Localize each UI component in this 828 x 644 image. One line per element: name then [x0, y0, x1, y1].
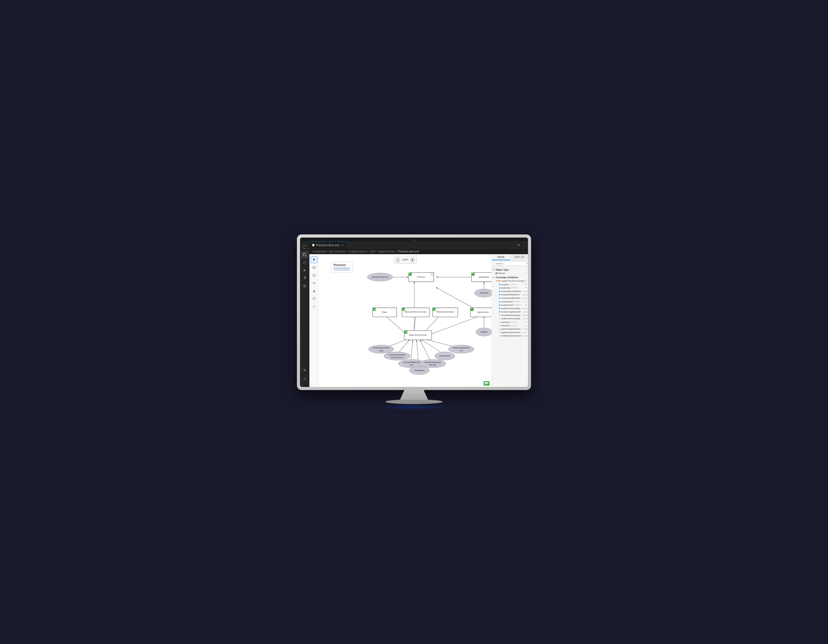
node-module-work[interactable]: moduleWork	[409, 366, 429, 374]
sidebar-icon-run[interactable]	[301, 267, 308, 274]
svg-point-90	[485, 382, 486, 384]
svg-text:lus: lus	[460, 349, 463, 351]
attr-health-sum[interactable]: ≡ healthAndPersonalS... number ✎	[498, 317, 528, 320]
svg-point-7	[314, 290, 315, 291]
legal-protection-label: LegalProtectionCoverage	[501, 279, 524, 282]
screen: D Premium.dmn.xml ✕ ⊞ ··· configuration	[300, 241, 528, 387]
split-editor-button[interactable]: ⊞	[516, 243, 521, 247]
collaboration-icon[interactable]	[484, 381, 490, 386]
svg-text:rsonalInsurance: rsonalInsurance	[390, 356, 404, 358]
svg-text:deductible: deductible	[480, 292, 488, 294]
svg-text:avel: avel	[410, 364, 413, 366]
svg-point-91	[486, 382, 488, 384]
ellipse-tool[interactable]	[311, 280, 317, 287]
node-base-premium[interactable]: {} Base premium per risks	[402, 307, 430, 317]
dmn-diagram[interactable]: D Premium	[319, 254, 492, 387]
node-module-partnership[interactable]: modulePartnershipA ndFamily	[419, 359, 446, 368]
attr-module-legal[interactable]: moduleLegalAdviceP... boolean ✎	[498, 310, 528, 313]
attr-module-mobility[interactable]: moduleMobilityAndT... boolean ✎	[498, 293, 528, 296]
pointer-tool[interactable]	[311, 256, 317, 263]
breadcrumb-legal-protection-folder[interactable]: LegalProtection	[377, 250, 395, 253]
svg-text:ndFamily: ndFamily	[429, 364, 436, 366]
sidebar-icon-extensions[interactable]	[301, 274, 308, 282]
attr-program[interactable]: program • string ✎	[498, 283, 528, 286]
svg-text:paymentFrequency: paymentFrequency	[372, 276, 388, 278]
monitor-wrapper: D Premium.dmn.xml ✕ ⊞ ··· configuration	[297, 235, 531, 410]
legal-protection-edit-icon[interactable]: ✎	[525, 279, 527, 282]
node-total-base-premium[interactable]: {} Total base premium	[433, 307, 458, 317]
tree-item-person[interactable]: Person ✎	[494, 272, 528, 275]
node-module-taxes[interactable]: moduleTaxes	[434, 352, 455, 360]
attr-module-work[interactable]: moduleWork boolean ✎	[498, 300, 528, 303]
node-deductibles[interactable]: D Deductibles	[472, 272, 492, 282]
attr-module-home[interactable]: moduleHomeAndEve... boolean ✎	[498, 290, 528, 293]
tab-bar: D Premium.dmn.xml ✕ ⊞ ···	[309, 241, 528, 249]
svg-line-16	[414, 316, 415, 332]
attr-partnership-sum[interactable]: ≡ partnershipAndFamil... number ✎	[498, 327, 528, 331]
canvas-area[interactable]: - 125% +	[319, 254, 492, 387]
zoom-out-button[interactable]: -	[395, 258, 400, 262]
tools-panel	[309, 254, 319, 387]
attr-deductible[interactable]: deductible • string ✎	[498, 286, 528, 290]
node-adjustments[interactable]: D Adjustments	[470, 307, 492, 317]
tab-premium-dmn[interactable]: D Premium.dmn.xml ✕	[309, 241, 347, 249]
breadcrumb-configuration[interactable]: configuration	[312, 250, 327, 253]
premium-info-card: Premium PremiumRule	[331, 262, 353, 273]
attr-module-partnership[interactable]: modulePartnershipA... boolean ✎	[498, 307, 528, 310]
diamond-tool[interactable]	[311, 303, 317, 310]
pointer-tool-block	[311, 256, 317, 263]
attr-taxes-sum[interactable]: ≡ taxesSum number ✎	[498, 324, 528, 327]
attr-module-health[interactable]: moduleHealthAndPe... boolean ✎	[498, 296, 528, 300]
svg-text:{}: {}	[434, 308, 436, 310]
node-risks-and-premium[interactable]: {} Risks and Premium	[404, 331, 432, 340]
node-module-legal-advice[interactable]: moduleLegalAdviceP lus	[448, 345, 474, 353]
premium-subtitle: PremiumRule	[334, 267, 350, 271]
tree-header-coverage[interactable]: ▼ Coverage Attributes	[492, 276, 528, 279]
breadcrumb-legal-protection[interactable]: i-legal-protection	[348, 250, 367, 253]
node-program[interactable]: program	[476, 328, 492, 336]
sidebar-icon-files[interactable]	[301, 243, 308, 251]
svg-rect-5	[313, 274, 315, 276]
sidebar-icon-account[interactable]	[301, 376, 308, 383]
rounded-rect-tool[interactable]	[311, 272, 317, 279]
breadcrumb-filename[interactable]: Premium.dmn.xml	[398, 250, 419, 253]
tab-tests[interactable]: Tests (3)	[510, 254, 528, 260]
tab-close-button[interactable]: ✕	[341, 244, 344, 247]
node-risks[interactable]: {} Risks	[373, 307, 397, 317]
person-tool[interactable]	[311, 288, 317, 294]
attr-legal-advice-sum[interactable]: ≡ legalAdvicePlusSum number ✎	[498, 331, 528, 334]
attr-module-taxes[interactable]: moduleTaxes boolean ✎	[498, 303, 528, 307]
node-module-health[interactable]: moduleHealthAndPe rsonalInsurance	[384, 352, 410, 360]
tree-header-object-type[interactable]: ▼ Object Type	[492, 268, 528, 272]
refresh-button[interactable]: ↻	[527, 262, 528, 265]
diamond-tool-block	[311, 303, 317, 310]
node-module-home[interactable]: moduleHomeAndEve ryday	[369, 345, 394, 353]
tree-item-legal-protection[interactable]: ▼ LegalProtectionCoverage ✎	[494, 279, 528, 283]
coverage-children: ▼ LegalProtectionCoverage ✎	[492, 279, 528, 337]
tab-inputs[interactable]: Inputs	[492, 254, 510, 260]
attr-home-sum[interactable]: ≡ homeAndEverydayS... number ✎	[498, 313, 528, 317]
attr-mobility-sum[interactable]: ≡ mobilityAndTravelSum number ✎	[498, 334, 528, 337]
sidebar-icon-search[interactable]	[301, 251, 308, 259]
sidebar-icon-source-control[interactable]	[301, 259, 308, 266]
node-payment-frequency[interactable]: paymentFrequency	[367, 273, 393, 281]
search-input[interactable]	[494, 262, 526, 266]
attr-work-sum[interactable]: ≡ workSum number ✎	[498, 321, 528, 324]
sidebar-icon-remote[interactable]	[301, 282, 308, 290]
breadcrumb-config-basic[interactable]: @config-basic	[329, 250, 346, 253]
person-label: Person	[498, 272, 505, 275]
chat-tool[interactable]	[311, 295, 317, 302]
more-actions-button[interactable]: ···	[522, 243, 526, 247]
node-deductible[interactable]: deductible	[474, 289, 492, 297]
monitor-stand	[398, 390, 430, 400]
monitor-base	[386, 400, 442, 404]
svg-text:D: D	[313, 244, 314, 246]
breadcrumb-tariff[interactable]: tariff	[370, 250, 375, 253]
rect-tool[interactable]	[311, 264, 317, 271]
person-edit-icon[interactable]: ✎	[525, 272, 527, 275]
attributes-list: program • string ✎ deductible	[494, 283, 528, 338]
node-premium[interactable]: D Premium	[409, 272, 434, 282]
zoom-in-button[interactable]: +	[410, 258, 415, 262]
svg-text:{}: {}	[406, 331, 408, 333]
sidebar-icon-settings[interactable]	[301, 367, 308, 374]
